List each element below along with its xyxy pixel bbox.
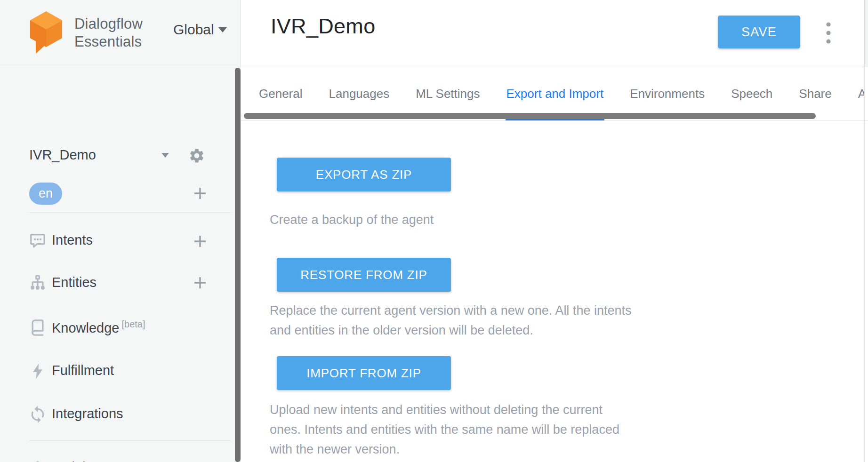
sidebar-divider <box>29 212 231 213</box>
sidebar-item-label: Integrations <box>52 406 123 422</box>
lightning-icon <box>28 361 47 381</box>
sidebar-item-integrations[interactable]: Integrations <box>0 405 235 441</box>
agent-chevron-down-icon[interactable] <box>161 153 169 158</box>
more-options-button[interactable] <box>819 17 838 54</box>
org-chart-icon <box>28 273 47 293</box>
graduation-cap-icon <box>28 458 47 462</box>
tab-advanced[interactable]: Advanced <box>858 67 864 120</box>
language-badge[interactable]: en <box>29 183 62 205</box>
kebab-menu-icon <box>826 20 831 50</box>
sidebar-item-training[interactable]: Training <box>0 458 235 462</box>
add-language-icon[interactable] <box>191 184 209 202</box>
page-header: IVR_Demo SAVE <box>241 0 868 67</box>
sidebar-item-label: Intents <box>52 232 93 248</box>
region-label: Global <box>173 22 214 38</box>
add-entity-icon[interactable] <box>191 274 209 292</box>
chat-bubble-icon <box>28 231 47 251</box>
save-button[interactable]: SAVE <box>718 16 800 48</box>
sidebar: IVR_Demo en Intents <box>0 67 241 462</box>
brand-text: Dialogflow Essentials <box>74 15 143 51</box>
sidebar-item-knowledge[interactable]: Knowledge[beta] <box>0 318 235 354</box>
settings-tabs: General Languages ML Settings Export and… <box>241 67 864 121</box>
sidebar-item-label: Training <box>52 460 101 462</box>
export-import-panel: EXPORT AS ZIP Create a backup of the age… <box>241 121 864 462</box>
book-icon <box>28 318 47 337</box>
restore-from-zip-button[interactable]: RESTORE FROM ZIP <box>277 258 451 292</box>
right-panel-edge <box>865 0 868 67</box>
region-selector[interactable]: Global <box>173 22 227 38</box>
sidebar-vertical-scrollbar[interactable] <box>235 68 241 462</box>
page-title: IVR_Demo <box>271 14 375 39</box>
agent-selector[interactable]: IVR_Demo <box>29 147 96 163</box>
dialogflow-app: Dialogflow Essentials Global IVR_Demo SA… <box>0 0 868 462</box>
sidebar-item-label: Entities <box>52 275 96 290</box>
brand-line-1: Dialogflow <box>74 15 143 33</box>
sidebar-item-label: Knowledge[beta] <box>52 319 145 336</box>
import-from-zip-button[interactable]: IMPORT FROM ZIP <box>277 356 451 390</box>
right-panel-divider <box>864 0 865 462</box>
sidebar-item-fulfillment[interactable]: Fulfillment <box>0 361 235 398</box>
export-as-zip-button[interactable]: EXPORT AS ZIP <box>277 158 451 191</box>
sidebar-item-label: Fulfillment <box>52 363 114 378</box>
restore-description: Replace the current agent version with a… <box>270 301 631 340</box>
chevron-down-icon <box>218 27 227 32</box>
gear-icon[interactable] <box>188 147 205 164</box>
tabs-horizontal-scrollbar[interactable] <box>244 113 816 119</box>
add-intent-icon[interactable] <box>191 232 209 250</box>
sidebar-header: Dialogflow Essentials Global <box>0 0 241 67</box>
brand-line-2: Essentials <box>74 33 143 51</box>
sidebar-divider <box>29 440 231 441</box>
beta-tag: [beta] <box>122 319 145 329</box>
tabs-border-extension <box>864 120 868 121</box>
sync-icon <box>28 405 47 424</box>
export-description: Create a backup of the agent <box>270 210 434 230</box>
dialogflow-logo-icon <box>28 10 64 55</box>
import-description: Upload new intents and entities without … <box>270 400 619 459</box>
